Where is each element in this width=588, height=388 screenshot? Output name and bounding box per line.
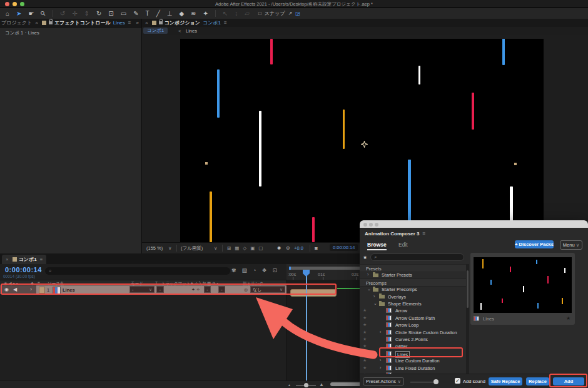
blend-mode-dropdown[interactable]: -∨	[129, 286, 155, 293]
layer-audio-icon[interactable]: ◀	[13, 287, 17, 292]
composition-viewer[interactable]	[142, 35, 588, 242]
exposure-value[interactable]: +0.0	[294, 245, 303, 251]
brush-tool[interactable]: ╱	[156, 8, 160, 19]
composition-mini-flowchart-icon[interactable]: ✾	[231, 267, 236, 273]
layer-twirl-icon[interactable]: ›	[30, 286, 32, 292]
preset-item-row[interactable]: ★Glitter	[360, 342, 466, 349]
timeline-search-input[interactable]: ⌕	[45, 267, 230, 275]
clone-stamp-tool[interactable]: ⊥	[167, 8, 173, 19]
favorite-star-icon[interactable]: ★	[363, 308, 367, 313]
close-tab-icon[interactable]: ×	[6, 257, 9, 262]
work-area-bar[interactable]	[289, 267, 362, 270]
preset-item-row[interactable]: ★Curves 2-Points	[360, 335, 466, 342]
pan-behind-tool[interactable]: ⊡	[108, 8, 113, 19]
current-timecode[interactable]: 0:00:00:14	[5, 266, 42, 273]
tab-composition-name[interactable]: コンポ1	[203, 19, 221, 26]
twirl-icon[interactable]: ›	[380, 365, 381, 370]
preset-preview-thumbnail[interactable]	[474, 257, 572, 313]
work-area-start-handle[interactable]	[289, 267, 291, 270]
puppet-pin-tool[interactable]: ✦	[203, 8, 208, 19]
eraser-tool[interactable]: ◆	[179, 8, 184, 19]
layer-name[interactable]: Lines	[63, 287, 75, 293]
preset-preview-card[interactable]: Lines ★	[470, 253, 575, 325]
replace-button[interactable]: Replace	[526, 377, 549, 385]
parent-link-dropdown[interactable]: なし∨	[250, 286, 285, 293]
zoom-window-button[interactable]	[375, 223, 378, 227]
panel-menu-icon[interactable]: ≡	[128, 20, 131, 26]
tab-effect-controls[interactable]: エフェクトコントロール	[54, 19, 111, 26]
favorite-star-icon[interactable]: ★	[363, 322, 367, 327]
pen-tool[interactable]: ✎	[133, 8, 138, 19]
viewer-timecode[interactable]: 0:00:00:14	[330, 244, 358, 251]
horizontal-scrollbar[interactable]	[330, 382, 362, 386]
zoom-out-mountain-icon[interactable]: ▴	[288, 382, 290, 387]
twirl-icon[interactable]: ⌄	[373, 301, 377, 306]
volume-slider[interactable]	[410, 382, 437, 383]
menu-button[interactable]: Menu ∨	[560, 240, 582, 250]
layer-switch-icons[interactable]: ✦ ✧	[191, 287, 200, 292]
preset-folder-row[interactable]: ›Overlays	[360, 293, 466, 300]
switch-box-2[interactable]: -	[218, 286, 225, 293]
favorite-star-icon[interactable]: ★	[566, 315, 570, 321]
type-tool[interactable]: T	[146, 8, 150, 19]
time-ruler[interactable]: :00s01s02s	[286, 264, 365, 280]
frame-blending-icon[interactable]: ❖	[262, 267, 267, 273]
tab-edit[interactable]: Edit	[398, 242, 408, 248]
timeline-zoom-knob[interactable]	[304, 383, 308, 387]
ac-titlebar[interactable]	[360, 220, 588, 228]
favorite-star-icon[interactable]: ★	[363, 315, 367, 320]
preset-actions-dropdown[interactable]: Preset Actions∨	[363, 377, 404, 385]
graph-editor-icon[interactable]: ⊡	[273, 267, 278, 273]
snap-features-icon[interactable]: ◲	[295, 11, 300, 16]
lock-icon[interactable]	[159, 21, 163, 24]
color-management-icon[interactable]: ✺	[277, 245, 281, 251]
layer-visibility-eye-icon[interactable]: ◉	[4, 287, 9, 292]
tab-overflow-icon[interactable]: »	[136, 20, 139, 26]
zoom-level-dropdown[interactable]: (155 %)	[146, 245, 163, 251]
close-window-button[interactable]	[363, 223, 367, 227]
shape-tool[interactable]: ▭	[121, 8, 126, 19]
favorite-star-icon[interactable]: ★	[363, 337, 367, 342]
roto-brush-tool[interactable]: ≋	[191, 8, 196, 19]
twirl-icon[interactable]: ⌄	[367, 287, 371, 292]
preset-item-row[interactable]: ★Arrow	[360, 307, 466, 314]
add-button[interactable]: Add	[553, 377, 584, 385]
vertical-scrollbar[interactable]	[466, 264, 469, 374]
add-sound-checkbox[interactable]: ✓	[455, 378, 460, 384]
panel-menu-icon[interactable]: ≡	[40, 257, 43, 262]
twirl-icon[interactable]: ›	[367, 272, 368, 277]
timeline-tab-comp1[interactable]: × コンポ1 ≡	[2, 255, 46, 264]
preset-item-row[interactable]: ★›Line Custom Duration	[360, 357, 466, 364]
favorite-star-icon[interactable]: ★	[363, 351, 367, 356]
preset-item-row[interactable]: ★›Circle Stroke Custom Duration	[360, 329, 466, 335]
minimize-window-button[interactable]	[369, 223, 373, 227]
twirl-icon[interactable]: ›	[373, 294, 375, 299]
tab-composition[interactable]: コンポジション	[165, 19, 200, 26]
switch-box-1[interactable]: -	[204, 286, 211, 293]
zoom-tool[interactable]: ⚲	[38, 8, 48, 19]
composition-canvas[interactable]	[180, 39, 544, 242]
twirl-icon[interactable]: ›	[380, 330, 381, 334]
preset-item-row[interactable]: ★›Line Fixed Duration	[360, 364, 466, 371]
hand-tool[interactable]: ☛	[28, 8, 34, 19]
draft-3d-icon[interactable]: ▧	[242, 267, 248, 273]
twirl-icon[interactable]: ›	[380, 358, 381, 362]
tab-project[interactable]: プロジェクト	[1, 19, 32, 26]
snap-checkbox[interactable]: □	[258, 11, 261, 16]
zoom-in-mountain-icon[interactable]: ▲	[319, 382, 324, 387]
close-tab-icon[interactable]: ×	[145, 20, 148, 26]
snapshot-camera-icon[interactable]: ◙	[315, 245, 318, 251]
ac-search-input[interactable]: ⌕	[370, 253, 464, 261]
viewer-tab-comp1[interactable]: コンポ1	[143, 28, 168, 34]
tab-effect-controls-item[interactable]: Lines	[113, 20, 125, 26]
resolution-dropdown[interactable]: (フル画質)	[181, 245, 203, 252]
volume-slider-knob[interactable]	[433, 379, 438, 384]
track-matte-dropdown[interactable]: -	[156, 286, 164, 293]
tab-browse[interactable]: Browse	[367, 242, 387, 250]
preset-item-row[interactable]: ★Arrow Custom Path	[360, 314, 466, 321]
favorite-star-icon[interactable]: ★	[363, 344, 367, 349]
home-tool[interactable]: ⌂	[6, 8, 9, 19]
favorite-star-icon[interactable]: ★	[363, 330, 367, 335]
lock-icon[interactable]	[49, 21, 53, 24]
preset-folder-row[interactable]: ⌄Starter Precomps	[360, 285, 466, 292]
